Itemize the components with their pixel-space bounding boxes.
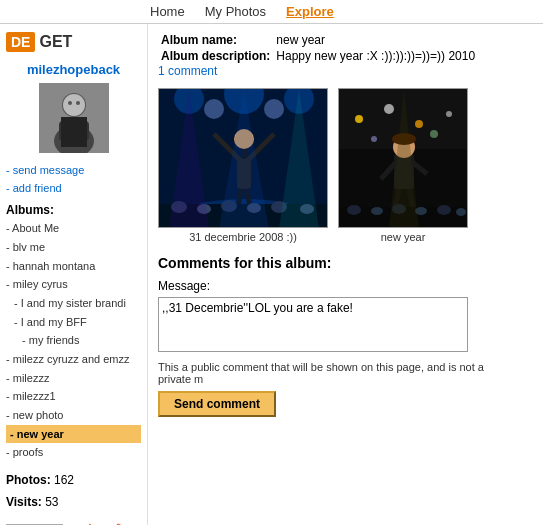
svg-point-4 bbox=[63, 94, 85, 116]
nav-explore[interactable]: Explore bbox=[286, 4, 334, 19]
album-miley-cyrus[interactable]: - miley cyrus bbox=[6, 275, 141, 294]
logo-de: DE bbox=[6, 32, 35, 52]
album-new-year[interactable]: - new year bbox=[6, 425, 141, 444]
nav-home[interactable]: Home bbox=[150, 4, 185, 19]
photo-item-1: 31 decembrie 2008 :)) bbox=[158, 88, 328, 243]
logo-area: DE GET bbox=[6, 32, 141, 52]
svg-rect-7 bbox=[61, 117, 87, 147]
photo-thumb-2[interactable] bbox=[338, 88, 468, 228]
album-my-friends[interactable]: - my friends bbox=[6, 331, 141, 350]
photo-caption-2: new year bbox=[381, 231, 426, 243]
albums-label: Albums: bbox=[6, 203, 141, 217]
svg-point-38 bbox=[371, 136, 377, 142]
action-links: - send message - add friend bbox=[6, 162, 141, 197]
photo-item-2: new year bbox=[338, 88, 468, 243]
svg-point-34 bbox=[355, 115, 363, 123]
album-new-photo[interactable]: - new photo bbox=[6, 406, 141, 425]
album-list: - About Me - blv me - hannah montana - m… bbox=[6, 219, 141, 462]
photos-row: 31 decembrie 2008 :)) bbox=[158, 88, 533, 243]
svg-point-36 bbox=[415, 120, 423, 128]
svg-point-35 bbox=[384, 104, 394, 114]
svg-point-13 bbox=[264, 99, 284, 119]
avatar bbox=[39, 83, 109, 153]
album-about-me[interactable]: - About Me bbox=[6, 219, 141, 238]
album-name-value: new year bbox=[273, 32, 478, 48]
album-name-label: Album name: bbox=[158, 32, 273, 48]
svg-point-49 bbox=[371, 207, 383, 215]
photo-thumb-1[interactable] bbox=[158, 88, 328, 228]
comments-title: Comments for this album: bbox=[158, 255, 533, 271]
album-desc-value: Happy new year :X :)):)):))=))=)) 2010 bbox=[273, 48, 478, 64]
album-cyruzz-emzz[interactable]: - milezz cyruzz and emzz bbox=[6, 350, 141, 369]
nav-my-photos[interactable]: My Photos bbox=[205, 4, 266, 19]
send-comment-button[interactable]: Send comment bbox=[158, 391, 276, 417]
album-sister-brandi[interactable]: - I and my sister brandi bbox=[6, 294, 141, 313]
svg-point-12 bbox=[204, 99, 224, 119]
avatar-area bbox=[6, 83, 141, 156]
top-nav: Home My Photos Explore bbox=[0, 0, 543, 24]
svg-point-52 bbox=[437, 205, 451, 215]
album-milezzz[interactable]: - milezzz bbox=[6, 369, 141, 388]
album-desc-label: Album description: bbox=[158, 48, 273, 64]
svg-point-39 bbox=[430, 130, 438, 138]
visits-stat: Visits: 53 bbox=[6, 492, 141, 514]
stats: Photos: 162 Visits: 53 bbox=[6, 470, 141, 513]
album-milezzz1[interactable]: - milezzz1 bbox=[6, 387, 141, 406]
comment-count-link[interactable]: 1 comment bbox=[158, 64, 217, 78]
album-hannah-montana[interactable]: - hannah montana bbox=[6, 257, 141, 276]
svg-point-5 bbox=[68, 101, 72, 105]
add-friend-link[interactable]: - add friend bbox=[6, 180, 141, 198]
svg-point-37 bbox=[446, 111, 452, 117]
album-blv-me[interactable]: - blv me bbox=[6, 238, 141, 257]
comment-input[interactable] bbox=[158, 297, 468, 352]
comments-section: Comments for this album: Message: This a… bbox=[158, 255, 533, 417]
comment-notice: This a public comment that will be shown… bbox=[158, 361, 498, 385]
photo-caption-1: 31 decembrie 2008 :)) bbox=[189, 231, 297, 243]
sidebar: DE GET milezhopeback bbox=[0, 24, 148, 525]
album-info: Album name: new year Album description: … bbox=[158, 32, 533, 78]
album-proofs[interactable]: - proofs bbox=[6, 443, 141, 462]
svg-point-6 bbox=[76, 101, 80, 105]
main-content: Album name: new year Album description: … bbox=[148, 24, 543, 525]
page-layout: DE GET milezhopeback bbox=[0, 24, 543, 525]
svg-point-53 bbox=[456, 208, 466, 216]
photos-stat: Photos: 162 bbox=[6, 470, 141, 492]
logo-get: GET bbox=[39, 33, 72, 51]
message-label: Message: bbox=[158, 279, 533, 293]
send-message-link[interactable]: - send message bbox=[6, 162, 141, 180]
album-bff[interactable]: - I and my BFF bbox=[6, 313, 141, 332]
username-link[interactable]: milezhopeback bbox=[6, 62, 141, 77]
svg-point-48 bbox=[347, 205, 361, 215]
